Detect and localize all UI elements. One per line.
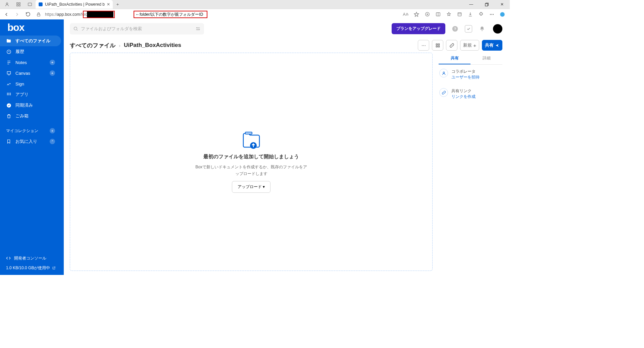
- sign-icon: [6, 81, 11, 86]
- sidebar-item-label: すべてのファイル: [15, 38, 50, 44]
- site-lock-icon[interactable]: [34, 10, 43, 19]
- developer-console-link[interactable]: 開発者コンソール: [6, 253, 58, 263]
- search-filter-icon[interactable]: [195, 26, 201, 32]
- svg-rect-31: [438, 46, 439, 47]
- svg-rect-28: [436, 44, 437, 45]
- link-icon: [439, 88, 448, 97]
- svg-rect-19: [8, 93, 9, 94]
- sidebar-item-sign[interactable]: Sign: [0, 78, 61, 89]
- svg-point-25: [74, 27, 77, 30]
- sidebar-item-label: お気に入り: [15, 138, 37, 144]
- upgrade-button[interactable]: プランをアップグレード: [392, 23, 445, 34]
- window-maximize-button[interactable]: [479, 0, 494, 9]
- share-link-button[interactable]: [446, 40, 457, 51]
- notifications-icon[interactable]: [477, 24, 487, 34]
- annotation-label: ←folder/以下の数字が親フォルダーID: [134, 11, 207, 18]
- empty-folder-dropzone[interactable]: 最初のファイルを追加して開始しましょう Boxで新しいドキュメントを作成するか、…: [70, 53, 433, 271]
- sidebar-item-all-files[interactable]: すべてのファイル: [0, 36, 61, 46]
- svg-rect-32: [245, 132, 252, 134]
- sidebar-item-label: Canvas: [15, 71, 30, 76]
- forward-button: [13, 10, 21, 19]
- add-icon[interactable]: +: [50, 70, 55, 76]
- svg-point-34: [443, 72, 444, 73]
- share-button[interactable]: 共有: [482, 40, 502, 51]
- window-close-button[interactable]: ✕: [494, 0, 510, 9]
- svg-rect-5: [28, 3, 32, 6]
- tab-details[interactable]: 詳細: [470, 53, 502, 64]
- sidebar-item-recents[interactable]: 履歴: [0, 46, 61, 57]
- breadcrumb-root[interactable]: すべてのファイル: [70, 42, 115, 49]
- profile-icon[interactable]: [1, 0, 13, 9]
- tab-share[interactable]: 共有: [439, 53, 470, 64]
- external-link-icon: [52, 266, 56, 270]
- collaborator-title: コラボレータ: [451, 69, 480, 74]
- reading-mode-icon[interactable]: Aあ: [400, 10, 411, 19]
- svg-rect-9: [37, 14, 40, 16]
- svg-rect-23: [10, 94, 11, 95]
- storage-usage[interactable]: 1.0 KB/10.0 GBが使用中: [6, 265, 58, 271]
- sidebar-section-label: マイコレクション: [6, 128, 38, 134]
- upload-folder-icon: [241, 131, 262, 150]
- svg-rect-20: [10, 93, 11, 94]
- favorites-bar-icon[interactable]: [443, 10, 454, 19]
- svg-rect-1: [17, 3, 18, 4]
- add-icon[interactable]: +: [50, 60, 55, 65]
- split-screen-icon[interactable]: [433, 10, 443, 19]
- grid-view-button[interactable]: [432, 40, 443, 51]
- grid-icon: [6, 92, 11, 97]
- sidebar-item-canvas[interactable]: Canvas +: [0, 68, 61, 78]
- search-placeholder: ファイルおよびフォルダを検索: [81, 26, 142, 32]
- sidebar-item-trash[interactable]: ごみ箱: [0, 111, 61, 121]
- upload-button[interactable]: アップロード ▾: [232, 181, 270, 193]
- sidebar-item-notes[interactable]: Notes +: [0, 57, 61, 68]
- main-content: ファイルおよびフォルダを検索 プランをアップグレード ? すべてのファイル › …: [64, 19, 510, 275]
- svg-rect-29: [438, 44, 439, 45]
- sidebar-item-synced[interactable]: 同期済み: [0, 100, 61, 111]
- sidebar-item-label: 履歴: [15, 49, 24, 55]
- extensions-icon[interactable]: [476, 10, 486, 19]
- favorite-icon[interactable]: [411, 10, 422, 19]
- breadcrumb-current: UiPath_BoxActivities: [124, 42, 181, 49]
- svg-rect-21: [7, 94, 8, 95]
- copilot-icon[interactable]: [497, 10, 508, 19]
- sharelink-title: 共有リンク: [451, 88, 476, 94]
- svg-point-24: [7, 103, 11, 108]
- tab-close-icon[interactable]: ✕: [107, 2, 110, 7]
- search-input[interactable]: ファイルおよびフォルダを検索: [70, 23, 204, 35]
- sidebar-section-collections[interactable]: マイコレクション +: [0, 125, 61, 136]
- new-tab-button[interactable]: ＋: [113, 0, 123, 9]
- sidebar-item-apps[interactable]: アプリ: [0, 89, 61, 100]
- tab-overview-icon[interactable]: [24, 0, 36, 9]
- user-avatar[interactable]: [493, 24, 502, 34]
- svg-rect-13: [458, 13, 461, 16]
- user-icon: [439, 69, 448, 77]
- create-link-link[interactable]: リンクを作成: [451, 94, 476, 100]
- window-minimize-button[interactable]: —: [463, 0, 479, 9]
- svg-point-15: [500, 12, 505, 17]
- sidebar-item-favorites[interactable]: お気に入り ⌃: [0, 136, 61, 147]
- invite-users-link[interactable]: ユーザーを招待: [451, 74, 480, 80]
- canvas-icon: [6, 70, 11, 76]
- tasks-icon[interactable]: [465, 25, 472, 33]
- workspaces-icon[interactable]: [13, 0, 24, 9]
- refresh-button[interactable]: [23, 10, 32, 19]
- add-icon[interactable]: +: [50, 128, 55, 133]
- more-actions-button[interactable]: ⋯: [418, 40, 429, 51]
- trash-icon: [6, 113, 11, 119]
- annotation-redacted: [87, 11, 113, 17]
- svg-rect-18: [7, 93, 8, 94]
- sidebar-item-label: アプリ: [15, 92, 29, 98]
- right-panel: 共有 詳細 コラボレータ ユーザーを招待 共有リンク リンクを作成: [439, 53, 502, 271]
- help-icon[interactable]: ?: [450, 24, 460, 34]
- downloads-icon[interactable]: [465, 10, 476, 19]
- svg-rect-30: [436, 46, 437, 47]
- box-logo[interactable]: box: [0, 19, 64, 36]
- more-icon[interactable]: ⋯: [486, 10, 497, 19]
- browser-tab[interactable]: UiPath_BoxActivities | Powered b ✕: [36, 0, 113, 9]
- new-button[interactable]: 新規+: [460, 40, 479, 51]
- clock-icon: [6, 49, 11, 54]
- collections-icon[interactable]: [454, 10, 465, 19]
- back-button[interactable]: [2, 10, 11, 19]
- shopping-icon[interactable]: [422, 10, 433, 19]
- chevron-up-icon[interactable]: ⌃: [50, 139, 55, 144]
